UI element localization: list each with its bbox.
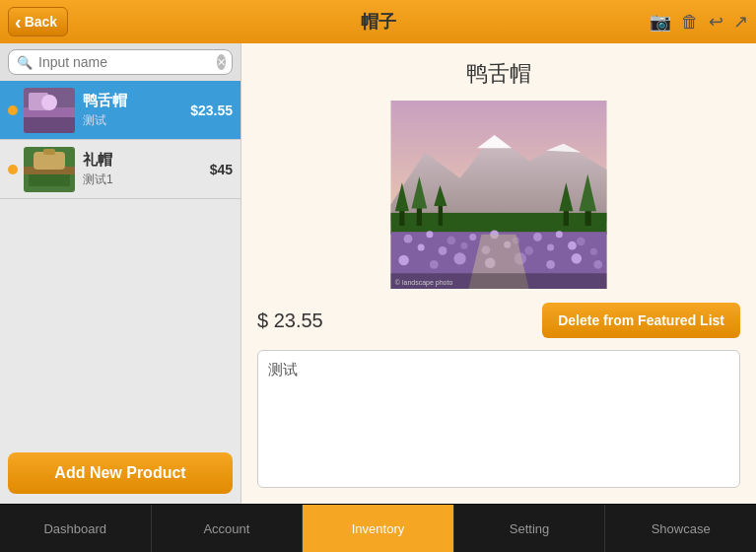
item-dot [8, 165, 18, 174]
product-info: 礼帽 测试1 [83, 151, 210, 188]
share-icon[interactable]: ↗ [733, 11, 748, 33]
product-list: 鸭舌帽 测试 $23.55 [0, 81, 241, 443]
tab-setting[interactable]: Setting [454, 505, 606, 552]
search-input-wrap: 🔍 ✕ [8, 49, 233, 75]
product-thumbnail [24, 147, 75, 192]
svg-rect-4 [24, 117, 75, 133]
svg-point-42 [568, 242, 577, 250]
detail-price: $ 23.55 [257, 310, 323, 332]
svg-point-27 [426, 231, 433, 238]
back-label: Back [25, 14, 57, 30]
svg-point-40 [524, 246, 533, 255]
right-panel: 鸭舌帽 [241, 43, 756, 504]
svg-rect-14 [390, 213, 606, 235]
search-bar: 🔍 ✕ [0, 43, 241, 81]
top-bar-icons: 📷 🗑 ↩ ↗ [650, 11, 748, 33]
tab-inventory[interactable]: Inventory [303, 505, 454, 552]
tab-dashboard[interactable]: Dashboard [0, 505, 152, 552]
svg-point-44 [398, 255, 409, 266]
svg-point-28 [447, 237, 455, 245]
product-thumbnail [24, 88, 75, 133]
svg-point-26 [404, 235, 413, 243]
app-container: Back 帽子 📷 🗑 ↩ ↗ 🔍 ✕ [0, 0, 756, 552]
product-name: 鸭舌帽 [83, 92, 190, 110]
trash-icon[interactable]: 🗑 [681, 12, 699, 33]
svg-point-32 [533, 233, 542, 242]
camera-icon[interactable]: 📷 [650, 11, 671, 33]
product-subtitle: 测试 [83, 112, 190, 129]
product-price: $23.55 [190, 103, 233, 118]
svg-point-41 [547, 243, 554, 250]
svg-point-36 [439, 246, 447, 255]
add-new-product-button[interactable]: Add New Product [8, 452, 233, 494]
svg-point-50 [572, 253, 583, 264]
svg-point-45 [430, 260, 439, 269]
svg-rect-19 [439, 202, 443, 226]
detail-description[interactable]: 测试 [257, 350, 740, 488]
detail-title: 鸭舌帽 [257, 59, 740, 89]
detail-image: © landscape photo [376, 101, 622, 289]
svg-point-49 [546, 260, 555, 269]
back-arrow-icon[interactable]: ↩ [709, 11, 723, 33]
top-bar: Back 帽子 📷 🗑 ↩ ↗ [0, 0, 756, 43]
svg-text:© landscape photo: © landscape photo [395, 279, 453, 287]
search-input[interactable] [38, 54, 211, 70]
svg-point-33 [556, 231, 563, 238]
left-panel: 🔍 ✕ [0, 43, 241, 504]
tab-showcase[interactable]: Showcase [605, 505, 756, 552]
svg-point-29 [469, 234, 476, 241]
search-clear-icon[interactable]: ✕ [217, 54, 226, 70]
search-icon: 🔍 [17, 55, 33, 70]
svg-point-37 [460, 242, 467, 249]
product-name: 礼帽 [83, 151, 210, 170]
svg-point-3 [41, 95, 57, 110]
svg-point-51 [593, 260, 602, 269]
list-item[interactable]: 礼帽 测试1 $45 [0, 140, 241, 199]
svg-rect-9 [43, 149, 55, 155]
product-price: $45 [210, 162, 233, 177]
svg-point-46 [453, 252, 465, 264]
svg-point-35 [418, 243, 425, 250]
svg-point-43 [590, 248, 597, 255]
back-button[interactable]: Back [8, 7, 68, 36]
tab-account[interactable]: Account [152, 505, 304, 552]
bottom-tabs: Dashboard Account Inventory Setting Show… [0, 504, 756, 552]
product-info: 鸭舌帽 测试 [83, 92, 190, 129]
product-subtitle: 测试1 [83, 172, 210, 188]
top-bar-title: 帽子 [361, 10, 396, 34]
svg-point-34 [577, 237, 585, 245]
list-item[interactable]: 鸭舌帽 测试 $23.55 [0, 81, 241, 140]
content-area: 🔍 ✕ [0, 43, 756, 504]
detail-price-row: $ 23.55 Delete from Featured List [257, 303, 740, 338]
item-dot [8, 105, 18, 115]
delete-featured-button[interactable]: Delete from Featured List [542, 303, 740, 338]
